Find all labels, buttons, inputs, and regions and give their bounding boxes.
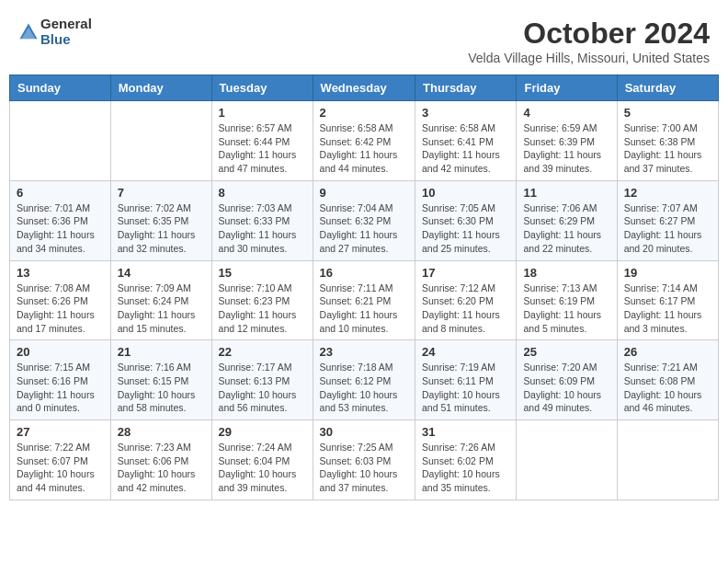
calendar-cell: 22Sunrise: 7:17 AMSunset: 6:13 PMDayligh… (211, 340, 313, 420)
day-number: 9 (320, 186, 408, 200)
day-number: 21 (118, 345, 205, 359)
calendar-cell: 20Sunrise: 7:15 AMSunset: 6:16 PMDayligh… (10, 340, 111, 420)
calendar-cell (517, 420, 617, 500)
calendar-week-4: 20Sunrise: 7:15 AMSunset: 6:16 PMDayligh… (10, 340, 719, 420)
logo-icon (18, 22, 39, 42)
day-info: Sunrise: 7:20 AMSunset: 6:09 PMDaylight:… (523, 361, 609, 415)
logo: General Blue (18, 17, 92, 47)
calendar-cell: 18Sunrise: 7:13 AMSunset: 6:19 PMDayligh… (517, 260, 617, 340)
day-info: Sunrise: 6:57 AMSunset: 6:44 PMDaylight:… (219, 121, 306, 176)
calendar-cell: 14Sunrise: 7:09 AMSunset: 6:24 PMDayligh… (110, 260, 211, 340)
calendar-cell: 29Sunrise: 7:24 AMSunset: 6:04 PMDayligh… (211, 420, 313, 500)
calendar-cell: 9Sunrise: 7:04 AMSunset: 6:32 PMDaylight… (313, 180, 415, 260)
day-info: Sunrise: 7:08 AMSunset: 6:26 PMDaylight:… (17, 282, 104, 336)
day-info: Sunrise: 7:15 AMSunset: 6:16 PMDaylight:… (17, 361, 104, 415)
day-info: Sunrise: 7:23 AMSunset: 6:06 PMDaylight:… (118, 441, 205, 495)
day-number: 23 (320, 345, 408, 359)
day-number: 20 (17, 345, 104, 359)
day-number: 7 (118, 186, 205, 200)
day-info: Sunrise: 7:12 AMSunset: 6:20 PMDaylight:… (422, 282, 509, 336)
day-info: Sunrise: 6:58 AMSunset: 6:42 PMDaylight:… (320, 121, 408, 176)
calendar-week-1: 1Sunrise: 6:57 AMSunset: 6:44 PMDaylight… (10, 101, 719, 181)
day-info: Sunrise: 7:17 AMSunset: 6:13 PMDaylight:… (219, 361, 306, 415)
day-number: 2 (320, 106, 408, 120)
calendar-cell: 25Sunrise: 7:20 AMSunset: 6:09 PMDayligh… (517, 340, 617, 420)
column-header-saturday: Saturday (617, 75, 718, 101)
day-number: 18 (523, 266, 609, 280)
day-number: 24 (422, 345, 509, 359)
calendar-cell: 8Sunrise: 7:03 AMSunset: 6:33 PMDaylight… (211, 180, 313, 260)
day-number: 10 (422, 186, 509, 200)
day-number: 27 (17, 425, 104, 439)
calendar-cell (110, 101, 211, 181)
day-info: Sunrise: 7:01 AMSunset: 6:36 PMDaylight:… (17, 201, 104, 256)
day-info: Sunrise: 7:02 AMSunset: 6:35 PMDaylight:… (118, 201, 205, 256)
calendar-cell: 28Sunrise: 7:23 AMSunset: 6:06 PMDayligh… (110, 420, 211, 500)
calendar-cell: 30Sunrise: 7:25 AMSunset: 6:03 PMDayligh… (313, 420, 415, 500)
calendar-cell: 13Sunrise: 7:08 AMSunset: 6:26 PMDayligh… (10, 260, 111, 340)
location: Velda Village Hills, Missouri, United St… (468, 51, 710, 65)
calendar-cell: 15Sunrise: 7:10 AMSunset: 6:23 PMDayligh… (211, 260, 313, 340)
calendar-cell: 11Sunrise: 7:06 AMSunset: 6:29 PMDayligh… (517, 180, 617, 260)
page-header: General Blue October 2024 Velda Village … (9, 9, 719, 69)
calendar-cell: 5Sunrise: 7:00 AMSunset: 6:38 PMDaylight… (617, 101, 718, 181)
day-info: Sunrise: 7:22 AMSunset: 6:07 PMDaylight:… (17, 441, 104, 495)
calendar-header-row: SundayMondayTuesdayWednesdayThursdayFrid… (10, 75, 719, 101)
day-info: Sunrise: 7:11 AMSunset: 6:21 PMDaylight:… (320, 282, 408, 336)
day-info: Sunrise: 7:16 AMSunset: 6:15 PMDaylight:… (118, 361, 205, 415)
logo-text: General Blue (40, 17, 92, 47)
day-number: 31 (422, 425, 509, 439)
day-number: 22 (219, 345, 306, 359)
day-info: Sunrise: 7:09 AMSunset: 6:24 PMDaylight:… (118, 282, 205, 336)
day-info: Sunrise: 6:59 AMSunset: 6:39 PMDaylight:… (523, 121, 609, 176)
calendar-cell: 26Sunrise: 7:21 AMSunset: 6:08 PMDayligh… (617, 340, 718, 420)
day-number: 13 (17, 266, 104, 280)
day-number: 1 (219, 106, 306, 120)
day-info: Sunrise: 7:03 AMSunset: 6:33 PMDaylight:… (219, 201, 306, 256)
calendar-cell: 1Sunrise: 6:57 AMSunset: 6:44 PMDaylight… (211, 101, 313, 181)
column-header-tuesday: Tuesday (211, 75, 313, 101)
day-info: Sunrise: 7:24 AMSunset: 6:04 PMDaylight:… (219, 441, 306, 495)
day-info: Sunrise: 7:06 AMSunset: 6:29 PMDaylight:… (523, 201, 609, 256)
calendar-cell: 10Sunrise: 7:05 AMSunset: 6:30 PMDayligh… (415, 180, 517, 260)
calendar-week-2: 6Sunrise: 7:01 AMSunset: 6:36 PMDaylight… (10, 180, 719, 260)
day-number: 11 (523, 186, 609, 200)
day-number: 29 (219, 425, 306, 439)
day-info: Sunrise: 7:14 AMSunset: 6:17 PMDaylight:… (624, 282, 711, 336)
calendar-cell: 21Sunrise: 7:16 AMSunset: 6:15 PMDayligh… (110, 340, 211, 420)
calendar-cell: 24Sunrise: 7:19 AMSunset: 6:11 PMDayligh… (415, 340, 517, 420)
day-number: 8 (219, 186, 306, 200)
calendar-cell: 7Sunrise: 7:02 AMSunset: 6:35 PMDaylight… (110, 180, 211, 260)
column-header-monday: Monday (110, 75, 211, 101)
calendar-cell: 23Sunrise: 7:18 AMSunset: 6:12 PMDayligh… (313, 340, 415, 420)
column-header-wednesday: Wednesday (313, 75, 415, 101)
calendar-cell: 16Sunrise: 7:11 AMSunset: 6:21 PMDayligh… (313, 260, 415, 340)
day-number: 3 (422, 106, 509, 120)
calendar-cell: 6Sunrise: 7:01 AMSunset: 6:36 PMDaylight… (10, 180, 111, 260)
day-number: 19 (624, 266, 711, 280)
day-number: 4 (523, 106, 609, 120)
calendar-cell: 17Sunrise: 7:12 AMSunset: 6:20 PMDayligh… (415, 260, 517, 340)
day-info: Sunrise: 7:07 AMSunset: 6:27 PMDaylight:… (624, 201, 711, 256)
day-number: 15 (219, 266, 306, 280)
calendar-cell (10, 101, 111, 181)
day-info: Sunrise: 7:25 AMSunset: 6:03 PMDaylight:… (320, 441, 408, 495)
calendar-cell: 12Sunrise: 7:07 AMSunset: 6:27 PMDayligh… (617, 180, 718, 260)
day-number: 28 (118, 425, 205, 439)
day-info: Sunrise: 7:18 AMSunset: 6:12 PMDaylight:… (320, 361, 408, 415)
day-info: Sunrise: 7:10 AMSunset: 6:23 PMDaylight:… (219, 282, 306, 336)
calendar-week-3: 13Sunrise: 7:08 AMSunset: 6:26 PMDayligh… (10, 260, 719, 340)
title-area: October 2024 Velda Village Hills, Missou… (468, 17, 710, 65)
day-info: Sunrise: 7:05 AMSunset: 6:30 PMDaylight:… (422, 201, 509, 256)
day-number: 12 (624, 186, 711, 200)
day-info: Sunrise: 7:26 AMSunset: 6:02 PMDaylight:… (422, 441, 509, 495)
day-info: Sunrise: 7:19 AMSunset: 6:11 PMDaylight:… (422, 361, 509, 415)
day-info: Sunrise: 7:21 AMSunset: 6:08 PMDaylight:… (624, 361, 711, 415)
calendar-cell: 3Sunrise: 6:58 AMSunset: 6:41 PMDaylight… (415, 101, 517, 181)
column-header-friday: Friday (517, 75, 617, 101)
calendar-cell: 2Sunrise: 6:58 AMSunset: 6:42 PMDaylight… (313, 101, 415, 181)
day-number: 26 (624, 345, 711, 359)
column-header-sunday: Sunday (10, 75, 111, 101)
day-number: 16 (320, 266, 408, 280)
calendar-cell: 31Sunrise: 7:26 AMSunset: 6:02 PMDayligh… (415, 420, 517, 500)
